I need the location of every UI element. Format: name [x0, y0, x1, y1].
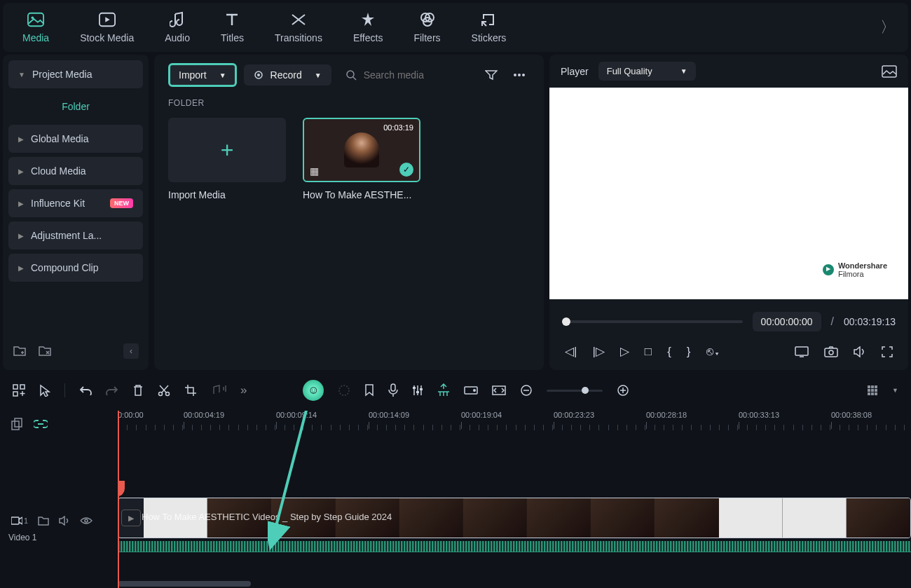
quality-dropdown[interactable]: Full Quality ▼: [598, 62, 696, 81]
filter-icon[interactable]: [481, 65, 502, 85]
duplicate-icon[interactable]: [11, 418, 24, 430]
sidebar-folder[interactable]: Folder: [8, 93, 143, 121]
undo-button[interactable]: [79, 385, 92, 395]
more-tools-button[interactable]: »: [240, 383, 247, 397]
prev-frame-button[interactable]: ◁|: [565, 344, 577, 359]
speed-button[interactable]: [338, 384, 350, 397]
fullscreen-button[interactable]: [882, 346, 893, 357]
view-mode-button[interactable]: [867, 385, 878, 396]
svg-point-21: [339, 385, 349, 395]
player-label: Player: [561, 66, 589, 77]
volume-button[interactable]: [854, 346, 866, 357]
mark-in-button[interactable]: {: [667, 345, 671, 359]
caret-right-icon: ▶: [18, 167, 24, 175]
cursor-button[interactable]: [39, 384, 50, 397]
sidebar-label: Global Media: [31, 133, 89, 144]
horizontal-scrollbar[interactable]: [118, 581, 251, 587]
render-button[interactable]: [437, 383, 450, 397]
collapse-sidebar-icon[interactable]: ‹: [123, 343, 139, 359]
search-icon: [345, 69, 357, 81]
zoom-out-button[interactable]: [520, 384, 533, 397]
import-button[interactable]: Import ▼: [168, 63, 237, 87]
tab-audio[interactable]: Audio: [151, 6, 204, 49]
mute-icon[interactable]: [59, 516, 70, 526]
delete-folder-icon[interactable]: [38, 345, 52, 357]
display-button[interactable]: [795, 346, 809, 357]
caret-right-icon: ▶: [18, 135, 24, 143]
clip-play-icon[interactable]: ▶: [121, 510, 141, 526]
sidebar-compound-clip[interactable]: ▶ Compound Clip: [8, 254, 143, 282]
chevron-down-icon: ▼: [219, 71, 226, 79]
tab-transitions[interactable]: Transitions: [261, 6, 336, 49]
tabs-scroll-right[interactable]: 〉: [873, 10, 903, 45]
ruler[interactable]: 0:00:00 00:00:04:19 00:00:09:14 00:00:14…: [118, 411, 911, 442]
split-button[interactable]: [158, 384, 170, 397]
svg-rect-39: [875, 392, 877, 395]
mark-out-button[interactable]: }: [687, 345, 691, 359]
tab-stock-media[interactable]: Stock Media: [66, 6, 148, 49]
sidebar-global-media[interactable]: ▶ Global Media: [8, 125, 143, 153]
fit-button[interactable]: [492, 385, 506, 395]
crop-button[interactable]: [184, 384, 197, 397]
voiceover-button[interactable]: [388, 383, 398, 397]
tab-filters[interactable]: Filters: [399, 6, 454, 49]
video-track-icon[interactable]: 1: [11, 517, 28, 525]
stop-button[interactable]: □: [645, 345, 652, 359]
tab-titles[interactable]: Titles: [207, 6, 258, 49]
tab-label: Transitions: [275, 32, 322, 43]
mixer-button[interactable]: [412, 385, 423, 396]
scrub-bar[interactable]: [562, 320, 743, 323]
sidebar-influence-kit[interactable]: ▶ Influence Kit NEW: [8, 189, 143, 217]
redo-button[interactable]: [106, 385, 118, 395]
new-folder-icon[interactable]: [13, 345, 27, 357]
camera-button[interactable]: [824, 346, 838, 357]
svg-point-8: [347, 71, 354, 78]
add-track-button[interactable]: [13, 384, 25, 397]
audio-detach-button[interactable]: [211, 385, 226, 396]
visibility-icon[interactable]: [80, 517, 93, 525]
watermark-logo-icon: [823, 264, 834, 275]
tab-media[interactable]: Media: [8, 6, 63, 49]
record-button[interactable]: Record ▼: [244, 64, 331, 86]
snapshot-icon[interactable]: [882, 65, 897, 78]
view-mode-chevron[interactable]: ▼: [892, 387, 898, 394]
sidebar-adjustment-layer[interactable]: ▶ Adjustment La...: [8, 221, 143, 249]
watermark-text: Wondershare: [838, 261, 887, 270]
svg-rect-0: [28, 13, 43, 26]
zoom-slider[interactable]: [547, 390, 603, 392]
delete-button[interactable]: [132, 384, 144, 397]
next-frame-button[interactable]: |▷: [592, 344, 604, 359]
clip-options-button[interactable]: ⎋▾: [706, 345, 720, 359]
sidebar-project-media[interactable]: ▼ Project Media: [8, 60, 143, 88]
snap-button[interactable]: [464, 385, 478, 396]
check-icon: ✓: [399, 163, 413, 177]
media-clip-1[interactable]: 00:03:19 ▦ ✓ How To Make AESTHE...: [303, 118, 420, 200]
scrub-head[interactable]: [562, 317, 570, 326]
video-clip[interactable]: ▶: [118, 498, 911, 538]
link-icon[interactable]: [34, 420, 48, 428]
search-input[interactable]: [364, 69, 467, 81]
player-panel: Player Full Quality ▼ Wondershare Filmor…: [549, 55, 908, 370]
folder-icon[interactable]: [38, 516, 49, 526]
search-box[interactable]: [338, 65, 474, 85]
playhead[interactable]: [118, 411, 119, 588]
preview-viewport[interactable]: Wondershare Filmora: [549, 88, 908, 299]
playhead-grip[interactable]: [118, 481, 125, 496]
more-icon[interactable]: [509, 69, 530, 81]
tab-effects[interactable]: Effects: [339, 6, 397, 49]
tab-stickers[interactable]: Stickers: [458, 6, 521, 49]
ai-button[interactable]: ☺: [303, 380, 324, 401]
svg-point-20: [166, 392, 170, 396]
caret-right-icon: ▶: [18, 232, 24, 240]
ruler-tick: 00:00:28:18: [646, 411, 687, 429]
ruler-tick: 0:00:00: [118, 411, 144, 429]
timeline-body[interactable]: 0:00:00 00:00:04:19 00:00:09:14 00:00:14…: [118, 411, 911, 588]
zoom-in-button[interactable]: [617, 384, 629, 397]
import-media-card[interactable]: + Import Media: [168, 118, 286, 200]
marker-button[interactable]: [364, 384, 374, 397]
svg-rect-14: [825, 348, 837, 357]
watermark-text: Filmora: [838, 270, 887, 278]
play-button[interactable]: ▷: [620, 344, 629, 359]
sidebar-cloud-media[interactable]: ▶ Cloud Media: [8, 157, 143, 185]
audio-waveform[interactable]: [118, 541, 911, 552]
